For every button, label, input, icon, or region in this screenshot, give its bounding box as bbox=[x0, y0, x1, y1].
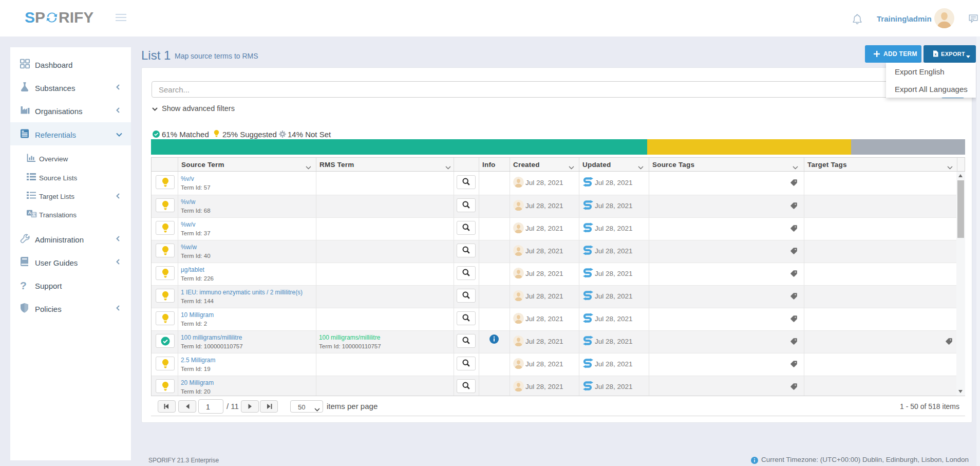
svg-text:A: A bbox=[28, 210, 31, 215]
svg-text:x: x bbox=[934, 52, 936, 56]
